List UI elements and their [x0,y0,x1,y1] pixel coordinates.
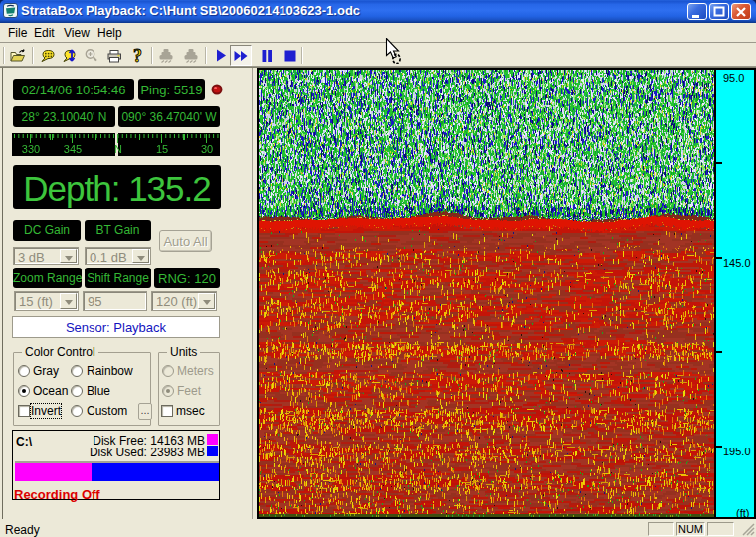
svg-text:?: ? [133,48,142,64]
